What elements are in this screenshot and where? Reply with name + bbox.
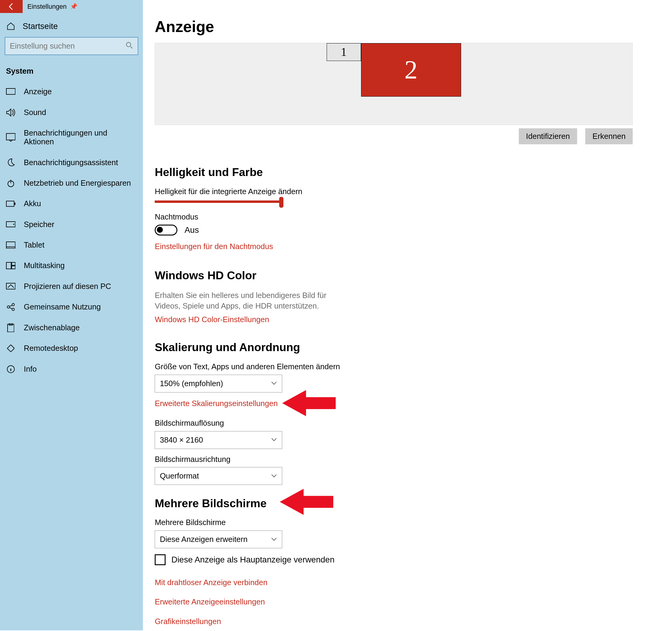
advanced-scaling-link[interactable]: Erweiterte Skalierungseinstellungen [155,399,278,408]
multi-value: Diese Anzeigen erweitern [160,535,247,544]
sidebar-item-sound[interactable]: Sound [0,102,143,123]
slider-thumb[interactable] [279,197,283,207]
window-title: Einstellungen 📌 [23,0,78,13]
pin-icon[interactable]: 📌 [70,3,78,10]
share-icon [6,303,16,311]
section-scaling: Skalierung und Anordnung [155,341,671,354]
search-icon [126,42,134,52]
search-input[interactable] [5,37,138,55]
sidebar-item-label: Akku [24,199,41,208]
sidebar-item-storage[interactable]: Speicher [0,214,143,234]
svg-rect-2 [6,133,16,140]
main-display-checkbox-row[interactable]: Diese Anzeige als Hauptanzeige verwenden [155,554,671,565]
hdcolor-link[interactable]: Windows HD Color-Einstellungen [155,315,269,324]
sidebar-item-label: Multitasking [24,261,65,270]
resolution-value: 3840 × 2160 [160,436,203,445]
sidebar-item-multitasking[interactable]: Multitasking [0,255,143,276]
chevron-down-icon [271,535,277,544]
monitor-tile-1[interactable]: 1 [327,43,361,61]
search-wrap [0,37,143,60]
sidebar-item-tablet[interactable]: Tablet [0,234,143,255]
svg-point-0 [126,43,130,47]
home-icon [6,22,16,31]
section-brightness: Helligkeit und Farbe [155,166,671,179]
sidebar-item-remote[interactable]: Remotedesktop [0,338,143,359]
main-content: Anzeige 1 2 Identifizieren Erkennen Hell… [143,0,671,630]
chevron-down-icon [271,379,277,388]
resolution-label: Bildschirmauflösung [155,419,671,428]
chevron-down-icon [271,436,277,445]
brightness-slider[interactable] [155,200,281,203]
orientation-value: Querformat [160,472,199,480]
detect-button[interactable]: Erkennen [585,128,633,144]
main-display-checkbox[interactable] [155,554,165,565]
sidebar-item-anzeige[interactable]: Anzeige [0,81,143,102]
night-mode-toggle[interactable] [155,225,177,235]
resolution-dropdown[interactable]: 3840 × 2160 [155,431,282,449]
sidebar-section-label: System [0,59,143,81]
svg-rect-9 [6,247,16,248]
power-icon [6,179,16,187]
main-display-check-label: Diese Anzeige als Hauptanzeige verwenden [171,555,335,564]
svg-point-15 [12,303,14,306]
titlebar: Einstellungen 📌 [0,0,143,13]
storage-icon [6,221,16,227]
toggle-knob [157,227,163,233]
svg-rect-11 [11,262,15,266]
svg-rect-5 [14,203,16,205]
wireless-display-link[interactable]: Mit drahtloser Anzeige verbinden [155,578,671,587]
sidebar-item-home[interactable]: Startseite [0,13,143,37]
project-icon [6,283,16,290]
sidebar-item-focus-assist[interactable]: Benachrichtigungsassistent [0,152,143,173]
svg-rect-10 [6,262,11,269]
svg-rect-12 [11,266,15,269]
scale-size-dropdown[interactable]: 150% (empfohlen) [155,375,282,393]
sidebar-item-label: Sound [24,108,46,117]
sidebar-item-akku[interactable]: Akku [0,194,143,214]
identify-button[interactable]: Identifizieren [519,128,577,144]
arrange-buttons: Identifizieren Erkennen [155,128,633,144]
sidebar-item-clipboard[interactable]: Zwischenablage [0,317,143,338]
hdcolor-desc: Erhalten Sie ein helleres und lebendiger… [155,290,351,311]
advanced-display-link[interactable]: Erweiterte Anzeigeeinstellungen [155,598,671,606]
sidebar-item-label: Netzbetrieb und Energiesparen [24,179,131,187]
brightness-slider-label: Helligkeit für die integrierte Anzeige ä… [155,187,671,196]
app-name: Einstellungen [27,3,67,10]
chevron-down-icon [271,472,277,480]
sidebar-item-benachrichtigungen[interactable]: Benachrichtigungen und Aktionen [0,123,143,152]
back-button[interactable] [0,0,23,13]
tablet-icon [6,242,16,249]
sidebar-item-label: Projizieren auf diesen PC [24,282,111,291]
sidebar-item-power[interactable]: Netzbetrieb und Energiesparen [0,173,143,193]
svg-point-16 [12,308,14,311]
svg-point-7 [13,224,14,225]
remote-icon [6,344,16,353]
sidebar-item-project[interactable]: Projizieren auf diesen PC [0,276,143,297]
svg-point-14 [7,306,10,308]
sidebar-item-label: Gemeinsame Nutzung [24,303,101,311]
multi-dropdown[interactable]: Diese Anzeigen erweitern [155,530,282,548]
svg-rect-8 [6,242,16,249]
arrow-left-icon [7,2,16,11]
sidebar-item-label: Anzeige [24,87,52,96]
orientation-dropdown[interactable]: Querformat [155,467,282,485]
night-mode-state: Aus [185,225,199,235]
clipboard-icon [6,323,16,332]
sidebar-item-shared[interactable]: Gemeinsame Nutzung [0,297,143,317]
svg-rect-4 [6,201,14,206]
monitor-tile-2[interactable]: 2 [361,43,461,97]
graphics-settings-link[interactable]: Grafikeinstellungen [155,617,671,626]
scale-size-value: 150% (empfohlen) [160,379,223,388]
night-mode-settings-link[interactable]: Einstellungen für den Nachtmodus [155,242,273,251]
sidebar-item-label: Remotedesktop [24,344,78,353]
display-icon [6,88,16,95]
page-title: Anzeige [155,18,671,35]
moon-icon [6,158,16,167]
multitasking-icon [6,262,16,269]
display-arrangement[interactable]: 1 2 [155,43,633,125]
sidebar-nav: Anzeige Sound Benachrichtigungen und Akt… [0,81,143,379]
scale-size-label: Größe von Text, Apps und anderen Element… [155,362,671,371]
sidebar-item-label: Benachrichtigungen und Aktionen [24,129,137,146]
sidebar-item-info[interactable]: Info [0,359,143,379]
sidebar-item-label: Speicher [24,220,54,229]
